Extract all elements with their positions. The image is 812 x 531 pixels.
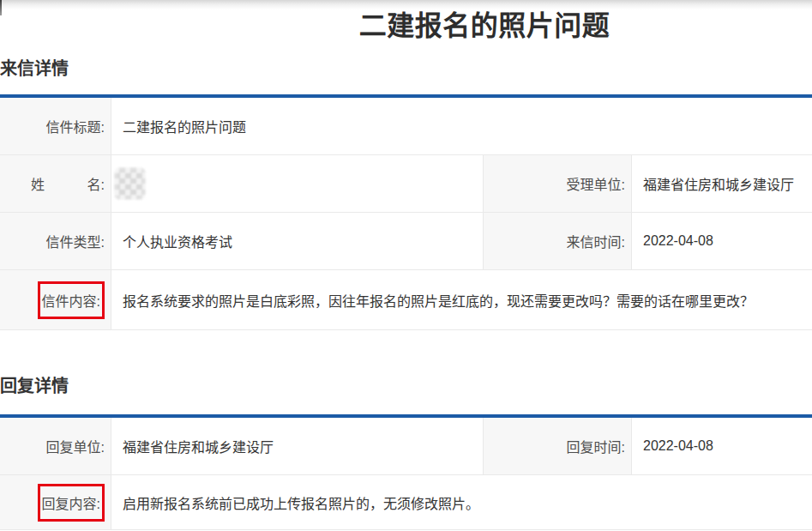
left-edge-artifact [0,0,2,15]
name-label-last: 名: [87,173,105,194]
table-row-letter-title: 信件标题: 二建报名的照片问题 [0,98,812,155]
reply-content-value: 启用新报名系统前已成功上传报名照片的，无须修改照片。 [123,492,479,513]
reply-content-label: 回复内容: [42,497,100,511]
letter-title-value: 二建报名的照片问题 [123,116,246,136]
reply-time-label-cell: 回复时间: [483,418,632,474]
reply-content-red-highlight: 回复内容: [38,484,105,522]
reply-content-label-cell: 回复内容: [0,475,111,529]
letter-type-label: 信件类型: [46,231,105,251]
accept-unit-label-cell: 受理单位: [483,155,632,212]
letter-type-label-cell: 信件类型: [0,213,111,269]
letter-time-label-cell: 来信时间: [483,213,632,269]
reply-unit-value: 福建省住房和城乡建设厅 [123,436,274,456]
letter-section-heading: 来信详情 [0,58,812,79]
accept-unit-value: 福建省住房和城乡建设厅 [643,173,794,194]
accept-unit-label: 受理单位: [567,173,625,194]
letter-title-label-cell: 信件标题: [0,98,111,154]
reply-unit-label: 回复单位: [46,436,105,456]
redacted-name-blur [114,167,146,200]
reply-unit-value-cell: 福建省住房和城乡建设厅 [111,418,483,474]
letter-content-label: 信件内容: [42,294,100,309]
letter-type-value: 个人执业资格考试 [123,231,232,251]
reply-time-value: 2022-04-08 [643,438,713,454]
reply-unit-label-cell: 回复单位: [0,418,111,474]
table-row-letter-content: 信件内容: 报名系统要求的照片是白底彩照，因往年报名的照片是红底的，现还需要更改… [0,270,812,330]
table-row-reply-unit-and-time: 回复单位: 福建省住房和城乡建设厅 回复时间: 2022-04-08 [0,418,812,475]
reply-section-heading: 回复详情 [0,376,812,396]
page: 二建报名的照片问题 来信详情 信件标题: 二建报名的照片问题 姓 名: 受理单位… [0,7,812,530]
table-row-name-and-unit: 姓 名: 受理单位: 福建省住房和城乡建设厅 [0,155,812,213]
letter-time-value: 2022-04-08 [643,233,713,249]
reply-time-value-cell: 2022-04-08 [632,418,812,474]
letter-title-value-cell: 二建报名的照片问题 [111,98,812,154]
letter-content-red-highlight: 信件内容: [38,281,105,319]
table-row-type-and-time: 信件类型: 个人执业资格考试 来信时间: 2022-04-08 [0,213,812,270]
letter-type-value-cell: 个人执业资格考试 [111,213,483,269]
name-value-cell [111,155,483,212]
table-row-reply-content: 回复内容: 启用新报名系统前已成功上传报名照片的，无须修改照片。 [0,475,812,530]
name-label-cell: 姓 名: [0,155,111,212]
accept-unit-value-cell: 福建省住房和城乡建设厅 [632,155,812,212]
page-title: 二建报名的照片问题 [0,7,812,45]
name-label-first: 姓 [31,173,45,194]
letter-detail-table: 信件标题: 二建报名的照片问题 姓 名: 受理单位: 福建省住房和城乡建设厅 [0,94,812,330]
reply-detail-table: 回复单位: 福建省住房和城乡建设厅 回复时间: 2022-04-08 回复内容:… [0,414,812,530]
reply-time-label: 回复时间: [567,436,625,456]
letter-content-label-cell: 信件内容: [0,270,111,329]
letter-time-value-cell: 2022-04-08 [632,213,812,269]
letter-time-label: 来信时间: [567,231,625,251]
letter-content-value: 报名系统要求的照片是白底彩照，因往年报名的照片是红底的，现还需要更改吗？需要的话… [123,290,754,311]
letter-content-value-cell: 报名系统要求的照片是白底彩照，因往年报名的照片是红底的，现还需要更改吗？需要的话… [111,270,812,329]
reply-content-value-cell: 启用新报名系统前已成功上传报名照片的，无须修改照片。 [111,475,812,529]
name-label: 姓 名: [31,173,105,194]
letter-title-label: 信件标题: [46,116,105,136]
